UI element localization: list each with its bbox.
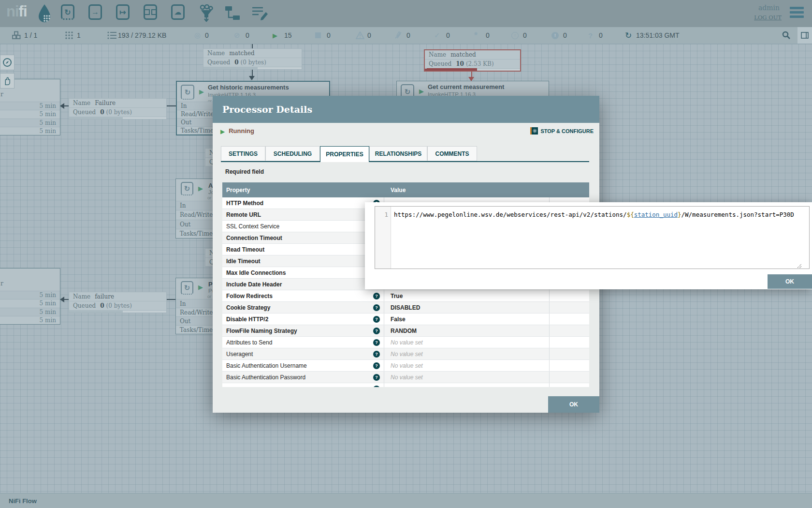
sync-failure-count: 0 <box>599 27 603 44</box>
help-icon <box>373 386 380 387</box>
active-threads-count: 1 / 1 <box>24 27 37 44</box>
stopped-icon <box>315 27 321 44</box>
connection-label[interactable]: Namefailure Queued0(0 bytes) <box>69 292 167 313</box>
connection-label-selected[interactable]: Namematched Queued10(2.53 KB) <box>424 49 521 72</box>
line-number-gutter: 1 <box>375 207 391 269</box>
transmitting-count: 0 <box>205 27 209 44</box>
table-row: Attributes to SendNo value set <box>222 337 589 348</box>
transmitting-icon: ◎ <box>194 27 201 44</box>
stale-icon: ↑ <box>511 27 519 44</box>
process-group-icon[interactable] <box>144 4 157 20</box>
help-icon[interactable] <box>373 293 380 299</box>
locally-modified-count: 0 <box>486 27 490 44</box>
help-icon[interactable] <box>373 328 380 334</box>
tab-comments[interactable]: COMMENTS <box>427 146 477 161</box>
help-icon[interactable] <box>373 351 380 358</box>
property-value-editor: 1 https://www.pegelonline.wsv.de/webserv… <box>365 202 812 289</box>
operate-panel-toggle-button[interactable] <box>798 27 812 44</box>
help-icon[interactable] <box>373 304 380 311</box>
tab-scheduling[interactable]: SCHEDULING <box>265 146 320 161</box>
flow-status-bar: 1 / 1 1 193 / 279.12 KB ◎ 0 ⊘ 0 ▶ 15 0 0… <box>0 27 812 44</box>
invokehttp-processor-icon: ↻ <box>181 85 194 100</box>
birdseye-button[interactable] <box>0 55 14 70</box>
table-row: Basic Authentication UsernameNo value se… <box>222 360 589 372</box>
nifi-drop-icon <box>36 3 53 24</box>
arrowhead-icon <box>60 297 64 302</box>
table-row-clipped <box>222 383 589 387</box>
editor-ok-button[interactable]: OK <box>768 274 812 289</box>
pan-hand-button[interactable] <box>0 73 14 89</box>
locally-modified-icon: * <box>474 27 478 44</box>
panel-icon <box>801 32 809 39</box>
not-transmitting-icon: ⊘ <box>234 27 240 44</box>
tab-settings[interactable]: SETTINGS <box>221 146 265 161</box>
queued-icon <box>107 27 117 44</box>
tab-relationships[interactable]: RELATIONSHIPS <box>369 146 427 161</box>
table-header: Property Value <box>222 182 589 197</box>
stale-count: 0 <box>523 27 527 44</box>
connection-label[interactable]: Namematched Queued0(0 bytes) <box>203 48 302 70</box>
locally-modified-stale-count: 0 <box>563 27 567 44</box>
table-row: Cookie StrategyDISABLED <box>222 302 589 314</box>
stop-and-configure-button[interactable]: STOP & CONFIGURE <box>530 127 594 134</box>
value-editor-textarea[interactable]: 1 https://www.pegelonline.wsv.de/webserv… <box>375 206 810 269</box>
breadcrumb[interactable]: NiFi Flow <box>9 497 37 505</box>
invalid-icon <box>356 27 364 44</box>
connection-label[interactable]: NameFailure Queued0(0 bytes) <box>69 98 167 120</box>
running-icon: ▶ <box>273 27 277 44</box>
input-port-icon[interactable]: → <box>88 4 102 20</box>
table-row: Disable HTTP/2False <box>222 314 589 325</box>
processor-icon: ↻ <box>181 281 193 295</box>
tab-properties[interactable]: PROPERTIES <box>320 146 369 162</box>
stopped-count: 0 <box>327 27 331 44</box>
refresh-icon[interactable]: ↻ <box>625 27 632 44</box>
dialog-title: Processor Details <box>222 104 312 115</box>
table-row: UseragentNo value set <box>222 348 589 360</box>
logout-link[interactable]: LOG OUT <box>754 14 782 21</box>
processor-icon: ↻ <box>181 182 193 195</box>
search-icon[interactable] <box>782 27 791 44</box>
dialog-tabs: SETTINGS SCHEDULING PROPERTIES RELATIONS… <box>221 146 589 163</box>
required-field-note: Required field <box>225 168 264 175</box>
processor-node[interactable]: r 5 min 5 min 5 min 5 min <box>0 268 60 325</box>
last-refresh-time: 13:51:03 GMT <box>636 27 680 44</box>
cluster-icon <box>65 27 73 44</box>
processor-run-status: Running <box>229 127 254 134</box>
sync-failure-icon: ? <box>588 27 593 44</box>
hand-icon <box>3 76 12 86</box>
help-icon[interactable] <box>373 362 380 369</box>
not-transmitting-count: 0 <box>246 27 249 44</box>
running-status-icon <box>419 88 424 95</box>
processor-icon[interactable]: ↻ <box>61 4 74 20</box>
up-to-date-count: 0 <box>446 27 450 44</box>
disabled-count: 0 <box>406 27 410 44</box>
expression-code[interactable]: https://www.pegelonline.wsv.de/webservic… <box>391 207 809 269</box>
template-icon[interactable] <box>224 4 241 24</box>
running-status-icon <box>198 185 203 192</box>
help-icon[interactable] <box>373 339 380 346</box>
remote-process-group-icon[interactable]: ☁ <box>171 4 185 20</box>
table-row: Follow RedirectsTrue <box>222 290 589 302</box>
running-status-icon <box>199 88 204 95</box>
connection-line <box>252 44 253 48</box>
help-icon[interactable] <box>373 316 380 323</box>
dialog-ok-button[interactable]: OK <box>548 396 599 413</box>
locally-modified-stale-icon: ! <box>551 27 559 44</box>
output-port-icon[interactable]: ↦ <box>116 4 130 20</box>
compass-icon <box>2 58 12 67</box>
global-menu-icon[interactable] <box>790 7 804 20</box>
help-icon[interactable] <box>373 374 380 381</box>
el-variable: station_uuid <box>634 211 678 218</box>
connection-line <box>252 70 253 76</box>
up-to-date-icon: ✓ <box>434 27 440 44</box>
running-status-icon <box>220 127 225 135</box>
table-row: Basic Authentication PasswordNo value se… <box>222 372 589 383</box>
label-icon[interactable] <box>251 4 269 24</box>
funnel-icon[interactable] <box>199 4 214 24</box>
running-status-icon <box>198 284 203 291</box>
stop-configure-gear-icon <box>530 127 538 134</box>
resize-handle-icon[interactable] <box>797 263 801 268</box>
arrowhead-icon <box>249 76 255 80</box>
arrowhead-icon <box>468 77 474 81</box>
running-count: 15 <box>284 27 292 44</box>
